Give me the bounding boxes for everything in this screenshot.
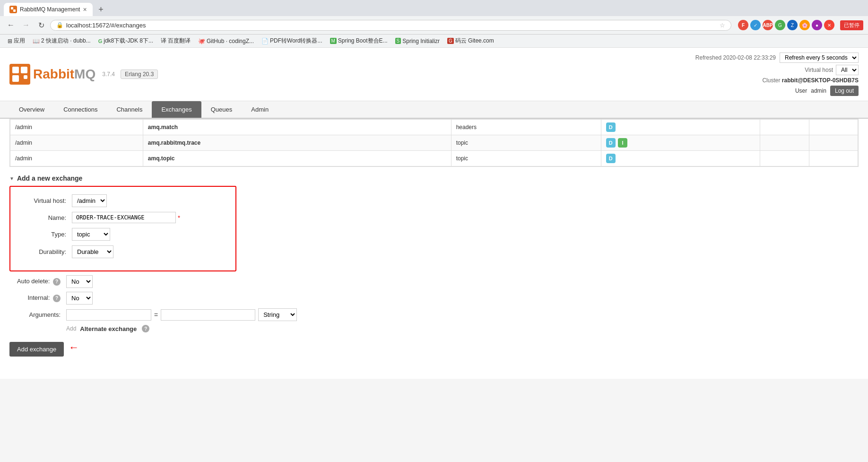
- bookmark-apps-label: 应用: [14, 37, 25, 45]
- table-row: /admin amq.rabbitmq.trace topic D I: [10, 135, 858, 151]
- active-tab[interactable]: RabbitMQ Management ×: [4, 3, 93, 16]
- tab-bar: RabbitMQ Management × +: [0, 0, 868, 16]
- add-exchange-button[interactable]: Add exchange: [9, 342, 64, 357]
- tab-admin[interactable]: Admin: [242, 101, 278, 118]
- tab-connections[interactable]: Connections: [54, 101, 107, 118]
- section-title: Add a new exchange: [17, 174, 82, 182]
- name-form-input[interactable]: [72, 212, 176, 223]
- internal-help[interactable]: ?: [53, 295, 61, 302]
- bookmark-2-icon: G: [98, 38, 103, 44]
- ext-icon-8[interactable]: ✕: [824, 20, 834, 30]
- logo-text: RabbitMQ: [33, 67, 95, 82]
- name-cell[interactable]: amq.rabbitmq.trace: [143, 135, 451, 151]
- add-link[interactable]: Add: [66, 325, 76, 332]
- arguments-key-input[interactable]: [66, 309, 151, 321]
- version-text: 3.7.4: [102, 71, 115, 78]
- equals-sign: =: [154, 311, 158, 319]
- address-text: localhost:15672/#/exchanges: [66, 22, 717, 29]
- logo-rabbit: Rabbit: [33, 67, 74, 81]
- forward-button[interactable]: →: [20, 19, 32, 31]
- badge-d: D: [606, 138, 616, 148]
- vhost-row-form: Virtual host: /admin: [20, 194, 226, 207]
- rabbitmq-app: RabbitMQ 3.7.4 Erlang 20.3 Refreshed 202…: [0, 48, 868, 379]
- name-form-label: Name:: [20, 214, 72, 221]
- ext-icon-5[interactable]: Z: [787, 20, 798, 30]
- bookmark-7[interactable]: S Spring Initializr: [392, 37, 443, 45]
- ext-icon-1[interactable]: F: [738, 20, 748, 30]
- name-cell[interactable]: amq.match: [143, 120, 451, 135]
- ext-icon-2[interactable]: ✓: [750, 20, 761, 30]
- bookmark-8-label: 码云 Gitee.com: [455, 37, 494, 45]
- tab-close-button[interactable]: ×: [83, 6, 87, 13]
- tab-queues[interactable]: Queues: [201, 101, 242, 118]
- bookmark-6[interactable]: M Spring Boot整合E...: [327, 36, 391, 46]
- msg-rate-out-cell: [809, 120, 858, 135]
- bookmark-1[interactable]: 📖 2 快速启动 · dubb...: [30, 36, 94, 46]
- auto-delete-select[interactable]: No Yes: [66, 275, 93, 288]
- vhost-select[interactable]: All: [836, 65, 859, 75]
- arguments-value-input[interactable]: [161, 309, 255, 321]
- bookmark-3[interactable]: 译 百度翻译: [158, 36, 193, 46]
- nav-tabs: Overview Connections Channels Exchanges …: [0, 101, 868, 119]
- add-exchange-section-header[interactable]: ▼ Add a new exchange: [9, 169, 859, 186]
- apps-icon: ⊞: [8, 38, 12, 44]
- bookmark-8[interactable]: G 码云 Gitee.com: [444, 36, 497, 46]
- durability-form-select[interactable]: Durable Transient: [72, 245, 113, 258]
- bookmark-apps[interactable]: ⊞ 应用: [5, 36, 28, 46]
- user-row: User admin Log out: [795, 86, 859, 96]
- bookmark-5[interactable]: 📄 PDF转Word转换器...: [259, 36, 325, 46]
- browser-controls: ← → ↻ 🔒 localhost:15672/#/exchanges ☆ F …: [0, 16, 868, 35]
- header-right: Refreshed 2020-02-08 22:33:29 Refresh ev…: [695, 52, 859, 96]
- bookmarks-bar: ⊞ 应用 📖 2 快速启动 · dubb... G jdk8下载-JDK 8下.…: [0, 35, 868, 48]
- refresh-select[interactable]: Refresh every 5 seconds: [780, 52, 859, 63]
- durability-form-label: Durability:: [20, 248, 72, 255]
- tab-title: RabbitMQ Management: [20, 6, 80, 13]
- bookmark-3-icon: 译: [161, 37, 166, 45]
- vhost-label: Virtual host: [805, 67, 833, 73]
- vhost-form-label: Virtual host:: [20, 197, 72, 204]
- type-row-form: Type: topic direct fanout headers: [20, 228, 226, 241]
- refresh-timestamp: Refreshed 2020-02-08 22:33:29: [695, 54, 776, 61]
- exchanges-table-wrapper: /admin amq.match headers D /admin amq.ra…: [9, 119, 859, 167]
- reload-button[interactable]: ↻: [35, 19, 47, 31]
- arguments-inputs: = String Boolean Number List: [66, 308, 297, 321]
- bookmark-5-icon: 📄: [261, 38, 269, 44]
- ext-icon-4[interactable]: G: [775, 20, 785, 30]
- internal-select[interactable]: No Yes: [66, 292, 93, 305]
- vhost-cell: /admin: [10, 151, 143, 166]
- alt-exchange-help[interactable]: ?: [142, 325, 149, 332]
- svg-rect-3: [12, 67, 19, 73]
- user-name: admin: [811, 87, 826, 94]
- ext-icon-7[interactable]: ●: [812, 20, 822, 30]
- type-cell: headers: [451, 120, 601, 135]
- bookmark-4[interactable]: 🐙 GitHub · codingZ...: [195, 37, 257, 45]
- cluster-label: Cluster: [762, 77, 780, 84]
- bookmark-8-icon: G: [447, 38, 454, 44]
- svg-rect-4: [21, 67, 27, 73]
- ext-icon-3[interactable]: ABP: [763, 20, 773, 30]
- logout-button[interactable]: Log out: [830, 86, 859, 96]
- bookmark-2[interactable]: G jdk8下载-JDK 8下...: [95, 36, 156, 46]
- svg-rect-1: [13, 9, 16, 12]
- tab-overview[interactable]: Overview: [9, 101, 54, 118]
- tab-channels[interactable]: Channels: [107, 101, 152, 118]
- auto-delete-help[interactable]: ?: [53, 278, 61, 286]
- new-tab-button[interactable]: +: [95, 3, 108, 16]
- features-cell: D I: [601, 135, 760, 151]
- msg-rate-in-cell: [760, 151, 809, 166]
- star-icon[interactable]: ☆: [720, 22, 725, 29]
- msg-rate-in-cell: [760, 120, 809, 135]
- back-button[interactable]: ←: [5, 19, 17, 31]
- bookmark-1-label: 2 快速启动 · dubb...: [41, 37, 91, 45]
- ext-icon-6[interactable]: 🌸: [799, 20, 810, 30]
- paused-button[interactable]: 已暂停: [840, 20, 863, 30]
- arguments-type-select[interactable]: String Boolean Number List: [258, 308, 297, 321]
- refresh-info: Refreshed 2020-02-08 22:33:29 Refresh ev…: [695, 52, 859, 63]
- type-form-select[interactable]: topic direct fanout headers: [72, 228, 110, 241]
- vhost-form-select[interactable]: /admin: [72, 194, 107, 207]
- logo: RabbitMQ 3.7.4 Erlang 20.3: [9, 64, 158, 85]
- name-cell[interactable]: amq.topic: [143, 151, 451, 166]
- svg-rect-0: [11, 7, 13, 9]
- tab-exchanges[interactable]: Exchanges: [152, 101, 201, 118]
- address-bar[interactable]: 🔒 localhost:15672/#/exchanges ☆: [50, 20, 731, 31]
